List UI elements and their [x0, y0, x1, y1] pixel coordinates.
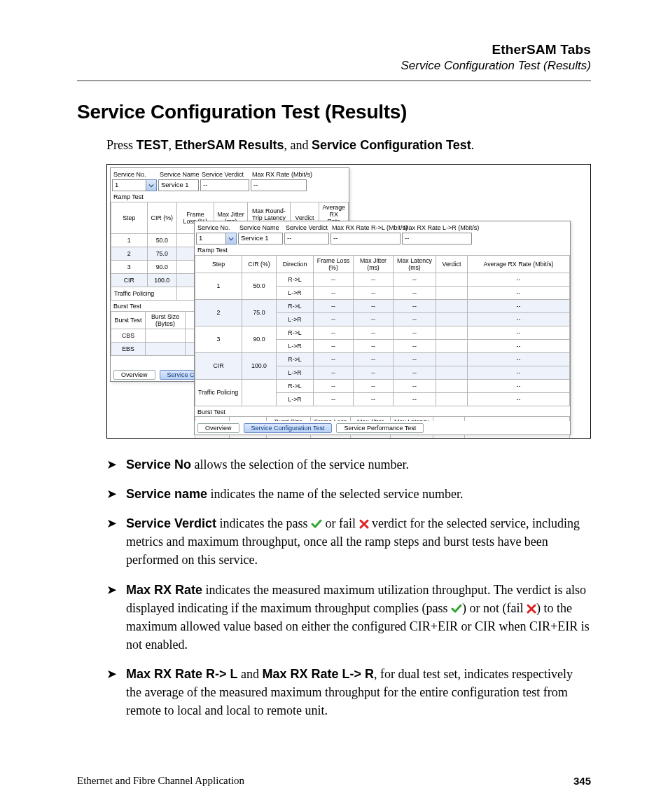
tab-service-config[interactable]: Service Configuration Test: [244, 423, 333, 433]
intro-paragraph: Press TEST, EtherSAM Results, and Servic…: [77, 136, 591, 154]
tab-overview[interactable]: Overview: [197, 423, 239, 433]
max-rx-lr-field: --: [402, 233, 472, 245]
right-panel: Service No. 1 Service NameService 1 Serv…: [194, 221, 571, 435]
service-no-select[interactable]: 1: [112, 179, 146, 191]
bullet-item: Service name indicates the name of the s…: [106, 485, 591, 503]
service-verdict-field: --: [284, 233, 329, 245]
chevron-down-icon[interactable]: [226, 233, 237, 245]
pass-icon: [451, 604, 462, 614]
divider: [77, 80, 591, 81]
service-no-select[interactable]: 1: [196, 233, 226, 245]
bullet-item: Max RX Rate indicates the measured maxim…: [106, 581, 591, 654]
breadcrumb: Service Configuration Test (Results): [77, 59, 591, 73]
service-name-field: Service 1: [238, 233, 283, 245]
fail-icon: [527, 604, 536, 614]
tab-service-performance[interactable]: Service Performance Test: [336, 423, 424, 433]
results-screenshot: Service No. 1 Service NameService 1 Serv…: [106, 164, 591, 439]
chevron-down-icon[interactable]: [146, 179, 157, 191]
chapter-title: EtherSAM Tabs: [77, 42, 591, 57]
ramp-label: Ramp Test: [111, 191, 349, 201]
bullet-list: Service No allows the selection of the s…: [77, 455, 591, 720]
service-verdict-field: --: [200, 179, 249, 191]
bullet-item: Max RX Rate R-> L and Max RX Rate L-> R,…: [106, 665, 591, 720]
footer-book-title: Ethernet and Fibre Channel Application: [77, 775, 244, 787]
max-rx-field: --: [251, 179, 307, 191]
bullet-item: Service No allows the selection of the s…: [106, 455, 591, 474]
max-rx-rl-field: --: [330, 233, 401, 245]
page-number: 345: [573, 775, 591, 787]
service-name-field: Service 1: [158, 179, 199, 191]
page-title: Service Configuration Test (Results): [77, 101, 591, 123]
bullet-item: Service Verdict indicates the pass or fa…: [106, 514, 591, 569]
tab-overview[interactable]: Overview: [113, 370, 155, 380]
pass-icon: [311, 519, 322, 529]
right-ramp-table: Step CIR (%) Direction Frame Loss (%) Ma…: [195, 255, 570, 406]
fail-icon: [359, 519, 369, 529]
